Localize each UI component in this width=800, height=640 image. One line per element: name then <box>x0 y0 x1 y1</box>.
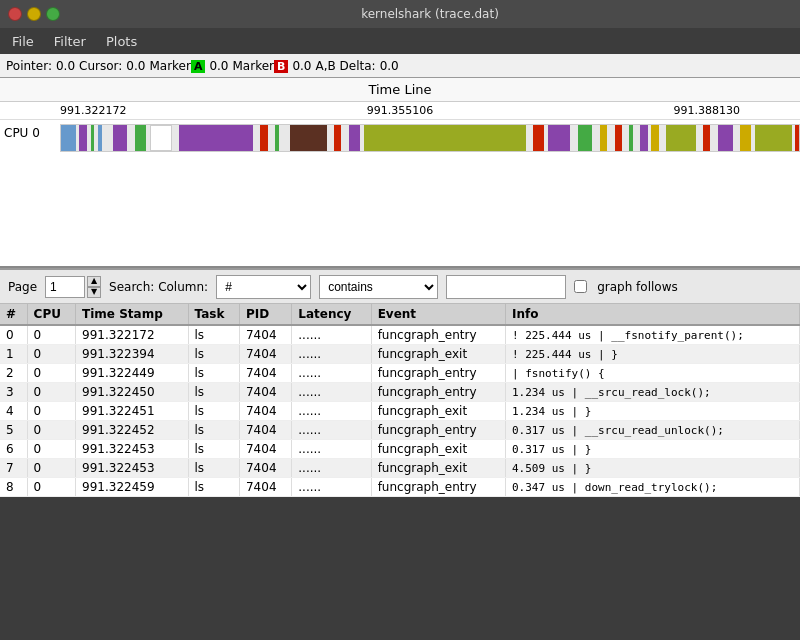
marker-b-label: MarkerB <box>233 59 289 73</box>
cell-num: 0 <box>0 325 27 345</box>
cell-cpu: 0 <box>27 421 75 440</box>
cell-task: ls <box>188 383 239 402</box>
column-select[interactable]: # CPU Time Stamp Task PID Latency Event … <box>216 275 311 299</box>
cell-pid: 7404 <box>239 325 291 345</box>
graph-follows-checkbox[interactable] <box>574 280 587 293</box>
table-header-row: # CPU Time Stamp Task PID Latency Event … <box>0 304 800 325</box>
cell-timestamp: 991.322453 <box>76 440 189 459</box>
cpu-track-0[interactable] <box>60 124 800 152</box>
cell-pid: 7404 <box>239 345 291 364</box>
close-button[interactable] <box>8 7 22 21</box>
cell-info: 0.317 us | } <box>505 440 799 459</box>
menu-file[interactable]: File <box>4 32 42 51</box>
timeline-ruler: 991.322172 991.355106 991.388130 <box>0 102 800 120</box>
ruler-center: 991.355106 <box>367 104 433 117</box>
cell-info: 0.317 us | __srcu_read_unlock(); <box>505 421 799 440</box>
page-down-button[interactable]: ▼ <box>87 287 101 298</box>
search-label: Search: Column: <box>109 280 208 294</box>
cell-task: ls <box>188 364 239 383</box>
marker-a-label: MarkerA <box>149 59 205 73</box>
table-section: Page ▲ ▼ Search: Column: # CPU Time Stam… <box>0 268 800 497</box>
table-row[interactable]: 10991.322394ls7404......funcgraph_exit! … <box>0 345 800 364</box>
cell-task: ls <box>188 421 239 440</box>
cell-timestamp: 991.322450 <box>76 383 189 402</box>
cell-pid: 7404 <box>239 440 291 459</box>
table-row[interactable]: 40991.322451ls7404......funcgraph_exit 1… <box>0 402 800 421</box>
trace-table: # CPU Time Stamp Task PID Latency Event … <box>0 304 800 497</box>
menubar: File Filter Plots <box>0 28 800 54</box>
pointer-value: 0.0 <box>56 59 75 73</box>
cell-task: ls <box>188 402 239 421</box>
cell-cpu: 0 <box>27 440 75 459</box>
page-input[interactable] <box>45 276 85 298</box>
menu-plots[interactable]: Plots <box>98 32 145 51</box>
cell-event: funcgraph_entry <box>371 383 505 402</box>
cell-num: 8 <box>0 478 27 497</box>
cell-num: 3 <box>0 383 27 402</box>
window-controls <box>8 7 60 21</box>
table-row[interactable]: 70991.322453ls7404......funcgraph_exit 4… <box>0 459 800 478</box>
marker-a-badge: A <box>191 60 206 73</box>
table-row[interactable]: 50991.322452ls7404......funcgraph_entry … <box>0 421 800 440</box>
timeline-tracks[interactable] <box>60 120 800 266</box>
cell-info: | fsnotify() { <box>505 364 799 383</box>
cell-latency: ...... <box>292 383 371 402</box>
maximize-button[interactable] <box>46 7 60 21</box>
col-header-event: Event <box>371 304 505 325</box>
cell-latency: ...... <box>292 478 371 497</box>
titlebar: kernelshark (trace.dat) <box>0 0 800 28</box>
cell-num: 2 <box>0 364 27 383</box>
table-row[interactable]: 00991.322172ls7404......funcgraph_entry!… <box>0 325 800 345</box>
cursor-value: 0.0 <box>126 59 145 73</box>
cell-num: 1 <box>0 345 27 364</box>
page-up-button[interactable]: ▲ <box>87 276 101 287</box>
table-row[interactable]: 60991.322453ls7404......funcgraph_exit 0… <box>0 440 800 459</box>
col-header-task: Task <box>188 304 239 325</box>
cell-task: ls <box>188 345 239 364</box>
cell-info: 4.509 us | } <box>505 459 799 478</box>
cell-event: funcgraph_exit <box>371 440 505 459</box>
cell-event: funcgraph_exit <box>371 402 505 421</box>
cell-event: funcgraph_entry <box>371 325 505 345</box>
minimize-button[interactable] <box>27 7 41 21</box>
cell-timestamp: 991.322451 <box>76 402 189 421</box>
cell-latency: ...... <box>292 402 371 421</box>
cell-num: 5 <box>0 421 27 440</box>
timeline-body: CPU 0 <box>0 120 800 266</box>
cell-latency: ...... <box>292 364 371 383</box>
table-row[interactable]: 20991.322449ls7404......funcgraph_entry … <box>0 364 800 383</box>
cell-cpu: 0 <box>27 364 75 383</box>
cell-latency: ...... <box>292 421 371 440</box>
table-row[interactable]: 30991.322450ls7404......funcgraph_entry … <box>0 383 800 402</box>
cell-pid: 7404 <box>239 383 291 402</box>
col-header-pid: PID <box>239 304 291 325</box>
menu-filter[interactable]: Filter <box>46 32 94 51</box>
filter-select[interactable]: contains does not contain matches does n… <box>319 275 438 299</box>
marker-a-value: 0.0 <box>209 59 228 73</box>
cell-event: funcgraph_entry <box>371 364 505 383</box>
ruler-left: 991.322172 <box>60 104 126 117</box>
cell-pid: 7404 <box>239 421 291 440</box>
cell-latency: ...... <box>292 459 371 478</box>
cell-info: 1.234 us | } <box>505 402 799 421</box>
col-header-cpu: CPU <box>27 304 75 325</box>
cell-info: ! 225.444 us | __fsnotify_parent(); <box>505 325 799 345</box>
cell-pid: 7404 <box>239 402 291 421</box>
cell-pid: 7404 <box>239 459 291 478</box>
cell-event: funcgraph_entry <box>371 421 505 440</box>
search-input[interactable] <box>446 275 566 299</box>
cell-cpu: 0 <box>27 402 75 421</box>
timeline-container: Time Line 991.322172 991.355106 991.3881… <box>0 78 800 268</box>
cell-num: 7 <box>0 459 27 478</box>
col-header-num: # <box>0 304 27 325</box>
ruler-right: 991.388130 <box>674 104 740 117</box>
data-table: # CPU Time Stamp Task PID Latency Event … <box>0 304 800 497</box>
cell-cpu: 0 <box>27 478 75 497</box>
cell-event: funcgraph_entry <box>371 478 505 497</box>
window-title: kernelshark (trace.dat) <box>68 7 792 21</box>
cell-pid: 7404 <box>239 364 291 383</box>
cell-cpu: 0 <box>27 325 75 345</box>
table-row[interactable]: 80991.322459ls7404......funcgraph_entry … <box>0 478 800 497</box>
marker-b-badge: B <box>274 60 288 73</box>
cell-task: ls <box>188 459 239 478</box>
